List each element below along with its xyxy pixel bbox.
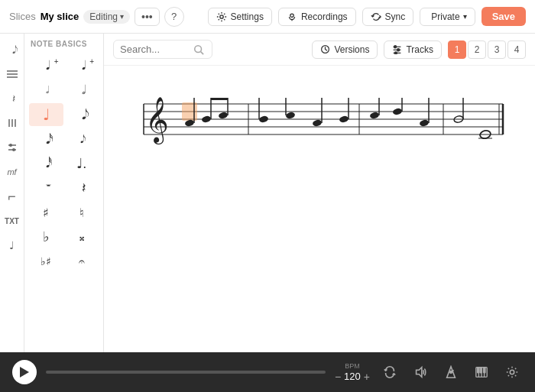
piano-icon <box>475 365 488 379</box>
bracket-tool[interactable]: ⌐ <box>2 186 22 206</box>
tracks-icon <box>392 44 402 54</box>
quarter-note[interactable]: ♩ <box>29 103 63 126</box>
accidental-natural[interactable]: ♮ <box>65 201 99 224</box>
recordings-button[interactable]: Recordings <box>278 8 356 26</box>
versions-button[interactable]: Versions <box>312 40 378 59</box>
dotted-eighth[interactable]: 𝅘𝅥𝅮. <box>65 128 99 151</box>
app-header: Slices My slice Editing ▾ ••• ? Settings… <box>0 0 535 34</box>
metronome-icon <box>444 365 458 379</box>
svg-point-50 <box>369 112 380 120</box>
quarter-add-down[interactable]: 𝅘𝅥+ <box>65 54 99 77</box>
private-button[interactable]: Private ▾ <box>420 8 475 26</box>
left-toolbar: 𝅘𝅥𝅮 𝄽 mf ⌐ TXT <box>0 34 24 352</box>
tracks-button[interactable]: Tracks <box>384 40 442 59</box>
dynamic-tool[interactable] <box>2 113 22 133</box>
equalizer-tool[interactable] <box>2 138 22 157</box>
search-container[interactable] <box>113 40 212 59</box>
section-title: NOTE BASICS <box>29 40 99 48</box>
sixteenth-note[interactable]: 𝅘𝅥𝅯 <box>29 128 63 151</box>
play-button[interactable] <box>12 360 37 384</box>
page-tabs: 1 2 3 4 <box>448 40 526 59</box>
progress-bar[interactable] <box>46 371 326 374</box>
svg-point-37 <box>201 115 212 124</box>
main-content: 𝅘𝅥𝅮 𝄽 mf ⌐ TXT <box>0 34 535 352</box>
sync-icon <box>371 11 381 22</box>
sync-button[interactable]: Sync <box>362 8 414 26</box>
svg-point-39 <box>218 112 229 120</box>
lines-icon <box>6 70 18 79</box>
microphone-icon <box>287 11 297 22</box>
half-note[interactable]: 𝅗𝅥 <box>65 79 99 102</box>
txt-tool[interactable]: TXT <box>2 211 22 231</box>
bpm-increase-button[interactable]: + <box>364 371 370 383</box>
page-tab-3[interactable]: 3 <box>488 40 506 59</box>
svg-point-44 <box>285 112 296 120</box>
svg-point-12 <box>12 148 15 151</box>
metronome-button[interactable] <box>440 361 462 383</box>
quarter-add-up[interactable]: 𝅘𝅥+ <box>29 54 63 77</box>
accidental-flat[interactable]: ♭ <box>29 225 63 248</box>
save-button[interactable]: Save <box>481 7 526 26</box>
accidental-sharp[interactable]: ♯ <box>29 201 63 224</box>
header-left: Slices My slice Editing ▾ ••• ? <box>9 7 202 27</box>
top-bar: Versions Tracks 1 2 3 4 <box>104 34 535 66</box>
svg-text:𝄞: 𝄞 <box>145 97 169 145</box>
rest-whole[interactable]: 𝄻 <box>29 177 63 199</box>
symbol-panel: NOTE BASICS 𝅘𝅥+ 𝅘𝅥+ 𝅗𝅥 𝅗𝅥 ♩ 𝅘𝅥𝅮 𝅘𝅥𝅯 𝅘𝅥𝅮.… <box>24 34 104 352</box>
search-input[interactable] <box>120 44 189 55</box>
svg-rect-69 <box>478 368 479 373</box>
equalizer-icon <box>7 142 18 153</box>
svg-marker-61 <box>417 368 422 377</box>
svg-point-46 <box>312 119 323 128</box>
lines-tool[interactable] <box>2 64 22 84</box>
flat-sharp-combo[interactable]: ♭♯ <box>29 250 63 273</box>
slices-breadcrumb: Slices <box>9 11 36 22</box>
chevron-down-icon: ▾ <box>463 12 467 21</box>
svg-point-64 <box>450 371 452 374</box>
rest-tool[interactable]: 𝄽 <box>2 89 22 109</box>
search-icon <box>193 44 204 55</box>
staff-svg: 𝄞 <box>122 81 504 157</box>
page-tab-1[interactable]: 1 <box>448 40 466 59</box>
svg-rect-34 <box>182 102 197 121</box>
help-button[interactable]: ? <box>164 7 184 27</box>
symbol-grid: 𝅘𝅥+ 𝅘𝅥+ 𝅗𝅥 𝅗𝅥 ♩ 𝅘𝅥𝅮 𝅘𝅥𝅯 𝅘𝅥𝅮. 𝅘𝅥𝅰 ♩. 𝄻 𝄽 … <box>29 54 99 273</box>
header-right: Settings Recordings Sync Private ▾ Save <box>208 7 526 26</box>
notation-area: Versions Tracks 1 2 3 4 <box>104 34 535 352</box>
bpm-section: BPM − 120 + <box>335 362 370 383</box>
svg-point-1 <box>290 14 293 17</box>
whole-note[interactable]: 𝅗𝅥 <box>29 79 63 102</box>
fermata[interactable]: 𝄐 <box>65 250 99 273</box>
mf-tool[interactable]: mf <box>2 162 22 182</box>
svg-point-54 <box>419 119 430 128</box>
rest-quarter[interactable]: 𝄽 <box>65 177 99 199</box>
svg-rect-70 <box>480 368 481 373</box>
editing-dropdown[interactable]: Editing ▾ <box>83 10 130 24</box>
settings-button[interactable]: Settings <box>208 8 272 26</box>
bpm-value: 120 <box>344 371 361 382</box>
more-options-button[interactable]: ••• <box>135 8 160 26</box>
svg-rect-41 <box>211 98 228 100</box>
volume-icon <box>413 365 427 379</box>
volume-button[interactable] <box>410 361 431 383</box>
svg-point-52 <box>392 108 403 116</box>
thirty-second-note[interactable]: 𝅘𝅥𝅰 <box>29 152 63 175</box>
play-icon <box>20 367 29 377</box>
versions-icon <box>320 44 330 54</box>
svg-point-19 <box>397 49 400 51</box>
page-tab-4[interactable]: 4 <box>507 40 526 59</box>
accidental-double-sharp[interactable]: 𝄪 <box>65 225 99 248</box>
svg-point-0 <box>219 15 222 18</box>
bpm-decrease-button[interactable]: − <box>335 371 341 383</box>
dotted-quarter[interactable]: ♩. <box>65 152 99 175</box>
note-tool[interactable]: 𝅘𝅥𝅮 <box>2 40 22 60</box>
piano-button[interactable] <box>471 361 492 383</box>
settings-icon <box>505 365 519 379</box>
svg-point-48 <box>339 115 349 124</box>
page-tab-2[interactable]: 2 <box>468 40 486 59</box>
loop-button[interactable] <box>379 361 400 383</box>
svg-line-14 <box>201 51 204 54</box>
note2-tool[interactable]: ♩ <box>2 235 22 255</box>
eighth-note[interactable]: 𝅘𝅥𝅮 <box>65 103 99 126</box>
settings-bottom-button[interactable] <box>501 361 523 383</box>
